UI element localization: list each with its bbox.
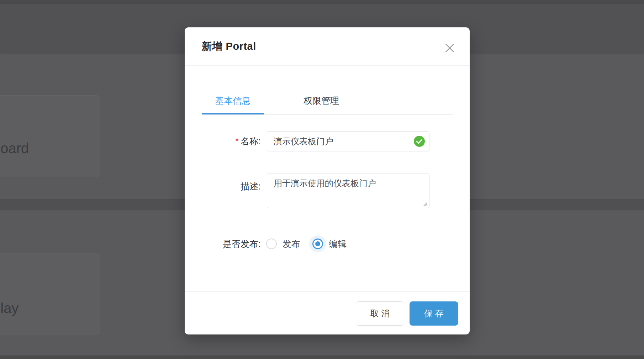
- tab-permission-management[interactable]: 权限管理: [293, 90, 350, 114]
- dialog-title: 新增 Portal: [202, 39, 256, 54]
- description-field: 用于演示使用的仪表板门户: [267, 173, 429, 208]
- radio-option-edit[interactable]: 编辑: [312, 238, 347, 250]
- tab-basic-info[interactable]: 基本信息: [202, 90, 264, 114]
- radio-option-label[interactable]: 编辑: [329, 238, 347, 250]
- screen: board play 新增 Portal 基本信息 权限管理 *名称:: [0, 0, 644, 359]
- radio-option-publish[interactable]: 发布: [266, 238, 300, 250]
- description-textarea[interactable]: 用于演示使用的仪表板门户: [267, 173, 429, 208]
- dialog-header: 新增 Portal: [185, 27, 470, 66]
- radio-option-label[interactable]: 发布: [283, 238, 300, 250]
- close-button[interactable]: [443, 41, 457, 55]
- name-field-label: *名称:: [202, 131, 261, 151]
- resize-handle-icon[interactable]: [422, 201, 428, 207]
- radio-unselected-icon[interactable]: [266, 239, 277, 249]
- radio-selected-icon[interactable]: [312, 239, 323, 249]
- add-portal-dialog: 新增 Portal 基本信息 权限管理 *名称: 描述: 用于演示使用的仪表板门…: [185, 27, 470, 334]
- save-button[interactable]: 保 存: [410, 301, 458, 326]
- name-input[interactable]: [267, 131, 429, 151]
- cancel-button[interactable]: 取 消: [356, 301, 404, 326]
- description-field-label: 描述:: [202, 179, 261, 193]
- name-label-text: 名称:: [241, 136, 261, 146]
- publish-field-label: 是否发布:: [202, 234, 261, 254]
- required-asterisk: *: [235, 136, 239, 146]
- name-field: [267, 131, 429, 151]
- footer-divider: [185, 291, 470, 292]
- close-icon: [444, 43, 455, 53]
- publish-radio-group: 发布 编辑: [266, 234, 347, 254]
- dialog-tabs: 基本信息 权限管理: [202, 91, 453, 115]
